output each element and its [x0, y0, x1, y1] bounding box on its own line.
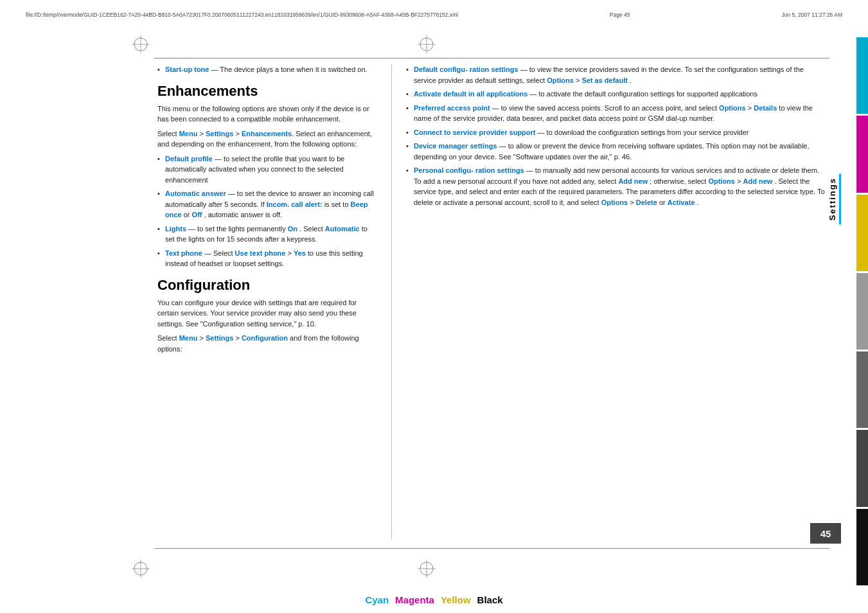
magenta-strip — [856, 116, 868, 192]
column-divider — [391, 64, 392, 539]
reg-mark-bottom-center — [418, 560, 436, 578]
top-right-short-rule — [411, 58, 450, 59]
automatic-answer-end: , automatic answer is off. — [204, 211, 282, 218]
startup-label: Start-up tone — [165, 66, 209, 73]
settings-link: Settings — [206, 130, 233, 138]
settings-vertical-text: Settings — [826, 173, 841, 224]
or-text: or — [184, 211, 192, 218]
arrow5: > — [630, 199, 635, 206]
options-link3: Options — [708, 177, 735, 185]
config-configuration-link: Configuration — [242, 334, 288, 342]
top-left-short-rule — [154, 58, 193, 59]
default-profile-item: Default profile — to select the profile … — [157, 154, 377, 186]
bottom-color-labels: Cyan Magenta Yellow Black — [365, 594, 502, 605]
preferred-access-item: Preferred access point — to view the sav… — [406, 103, 826, 124]
black-strip — [856, 509, 868, 585]
color-strips — [856, 35, 868, 587]
page-info: Page 45 — [610, 12, 630, 18]
add-new-link1: Add new — [618, 177, 648, 185]
gray1-strip — [856, 273, 868, 350]
page-number-box: 45 — [810, 523, 841, 544]
on-link: On — [288, 225, 297, 233]
enhancements-link: Enhancements — [242, 130, 292, 138]
startup-item: Start-up tone — The device plays a tone … — [157, 64, 377, 75]
arrow4: > — [737, 177, 743, 185]
connect-service-item: Connect to service provider support — to… — [406, 127, 826, 138]
or2: or — [659, 199, 668, 206]
preferred-access-text: — to view the saved access points. Scrol… — [492, 104, 719, 112]
configuration-heading: Configuration — [157, 277, 377, 294]
text-phone-text: — Select — [204, 249, 235, 257]
configuration-intro: You can configure your device with setti… — [157, 298, 377, 330]
automatic-answer-mid: is set to — [324, 200, 351, 208]
automatic-answer-item: Automatic answer — to set the device to … — [157, 188, 377, 220]
config-menu-link: Menu — [179, 334, 198, 342]
delete-link: Delete — [636, 199, 657, 206]
cyan-strip — [856, 37, 868, 114]
gray2-strip — [856, 351, 868, 428]
activate-default-item: Activate default in all applications — t… — [406, 89, 826, 100]
startup-list: Start-up tone — The device plays a tone … — [157, 64, 377, 75]
enhancements-intro: This menu or the following options are s… — [157, 103, 377, 125]
startup-text: — The device plays a tone when it is swi… — [211, 66, 368, 73]
top-bar: file://D:/temp/overmode/GUID-1CEEB162-7A… — [26, 12, 842, 18]
text-phone-label: Text phone — [165, 249, 202, 257]
reg-mark-top-left — [132, 35, 150, 53]
filepath: file://D:/temp/overmode/GUID-1CEEB162-7A… — [26, 12, 458, 18]
enhancements-heading: Enhancements — [157, 83, 377, 100]
lights-text: — to set the lights permanently — [188, 225, 288, 233]
personal-config-item: Personal configu- ration settings — to m… — [406, 165, 826, 208]
arrow3: > — [748, 104, 754, 112]
datetime: Jun 5, 2007 11:27:26 AM — [781, 12, 842, 18]
config-settings-link: Settings — [206, 334, 233, 342]
right-column: Default configu- ration settings — to vi… — [394, 64, 826, 539]
options-link1: Options — [547, 76, 574, 84]
yes-link: Yes — [294, 249, 306, 257]
configuration-select: Select Menu > Settings > Configuration a… — [157, 333, 377, 354]
details-link: Details — [754, 104, 777, 112]
arrow2: > — [576, 76, 581, 84]
connect-service-label: Connect to service provider support — [414, 129, 535, 136]
device-manager-label: Device manager settings — [414, 142, 497, 150]
automatic-answer-label: Automatic answer — [165, 190, 226, 197]
activate-default-text: — to activate the default configuration … — [529, 90, 757, 98]
yellow-strip — [856, 195, 868, 271]
activate-default-label: Activate default in all applications — [414, 90, 527, 98]
left-column: Start-up tone — The device plays a tone … — [157, 64, 389, 539]
device-manager-item: Device manager settings — to allow or pr… — [406, 141, 826, 162]
default-profile-label: Default profile — [165, 155, 213, 163]
use-text-phone-link: Use text phone — [235, 249, 286, 257]
magenta-label: Magenta — [395, 594, 434, 605]
default-config-label: Default configu- ration settings — [414, 66, 518, 73]
personal-config-label: Personal configu- ration settings — [414, 166, 524, 174]
cyan-label: Cyan — [365, 594, 389, 605]
black-label: Black — [477, 594, 503, 605]
gray3-strip — [856, 430, 868, 506]
enhancements-select: Select Menu > Settings > Enhancements. S… — [157, 129, 377, 150]
text-phone-item: Text phone — Select Use text phone > Yes… — [157, 248, 377, 269]
lights-item: Lights — to set the lights permanently O… — [157, 224, 377, 245]
enhancements-list: Default profile — to select the profile … — [157, 154, 377, 269]
configuration-list: Default configu- ration settings — to vi… — [406, 64, 826, 208]
lights-mid: . Select — [299, 225, 325, 233]
reg-mark-top-center — [418, 35, 436, 53]
incom-call-alert-link: Incom. call alert: — [267, 200, 323, 208]
period2: . — [697, 199, 699, 206]
automatic-link: Automatic — [325, 225, 360, 233]
preferred-access-label: Preferred access point — [414, 104, 490, 112]
menu-link: Menu — [179, 130, 198, 138]
set-as-default-link: Set as default — [581, 76, 628, 84]
period1: . — [630, 76, 632, 84]
reg-mark-bottom-left — [132, 560, 150, 578]
add-new-link2: Add new — [743, 177, 773, 185]
lights-label: Lights — [165, 225, 186, 233]
options-link2: Options — [719, 104, 746, 112]
connect-service-text: — to download the configuration settings… — [538, 129, 749, 136]
bottom-rule — [154, 548, 829, 549]
off-link: Off — [192, 211, 202, 218]
yellow-label: Yellow — [441, 594, 471, 605]
options-link4: Options — [601, 199, 628, 206]
activate-link: Activate — [668, 199, 695, 206]
main-content: Start-up tone — The device plays a tone … — [157, 64, 826, 539]
personal-config-semi: ; otherwise, select — [650, 177, 708, 185]
